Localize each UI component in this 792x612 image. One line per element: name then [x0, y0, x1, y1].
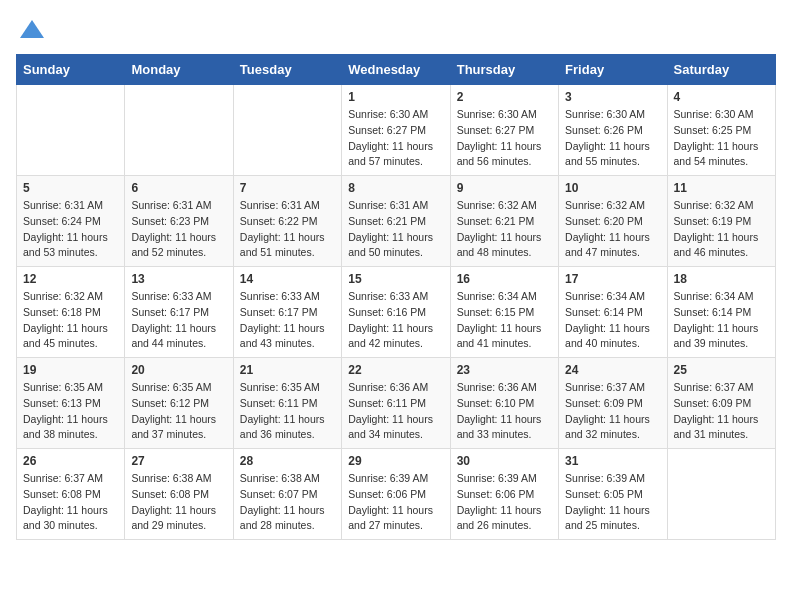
day-info-line: Sunset: 6:17 PM	[131, 305, 226, 321]
day-info-line: Sunset: 6:11 PM	[348, 396, 443, 412]
day-number: 25	[674, 363, 769, 377]
day-number: 20	[131, 363, 226, 377]
calendar-day-cell: 4Sunrise: 6:30 AMSunset: 6:25 PMDaylight…	[667, 85, 775, 176]
day-info-line: Sunset: 6:07 PM	[240, 487, 335, 503]
calendar-day-cell: 28Sunrise: 6:38 AMSunset: 6:07 PMDayligh…	[233, 449, 341, 540]
day-info-line: Daylight: 11 hours and 51 minutes.	[240, 230, 335, 262]
day-info-line: Sunset: 6:27 PM	[457, 123, 552, 139]
day-info-line: Sunrise: 6:36 AM	[457, 380, 552, 396]
day-info-line: Sunset: 6:23 PM	[131, 214, 226, 230]
day-number: 15	[348, 272, 443, 286]
calendar-day-cell: 21Sunrise: 6:35 AMSunset: 6:11 PMDayligh…	[233, 358, 341, 449]
calendar-day-cell: 31Sunrise: 6:39 AMSunset: 6:05 PMDayligh…	[559, 449, 667, 540]
day-info-line: Sunrise: 6:36 AM	[348, 380, 443, 396]
day-info-line: Daylight: 11 hours and 40 minutes.	[565, 321, 660, 353]
calendar-day-cell: 24Sunrise: 6:37 AMSunset: 6:09 PMDayligh…	[559, 358, 667, 449]
calendar-day-cell: 10Sunrise: 6:32 AMSunset: 6:20 PMDayligh…	[559, 176, 667, 267]
day-info-line: Sunset: 6:25 PM	[674, 123, 769, 139]
calendar-day-cell: 26Sunrise: 6:37 AMSunset: 6:08 PMDayligh…	[17, 449, 125, 540]
day-info-line: Sunrise: 6:32 AM	[674, 198, 769, 214]
day-info-line: Sunset: 6:08 PM	[131, 487, 226, 503]
day-info-line: Daylight: 11 hours and 45 minutes.	[23, 321, 118, 353]
day-number: 17	[565, 272, 660, 286]
day-info-line: Daylight: 11 hours and 34 minutes.	[348, 412, 443, 444]
calendar-day-cell: 27Sunrise: 6:38 AMSunset: 6:08 PMDayligh…	[125, 449, 233, 540]
day-number: 16	[457, 272, 552, 286]
day-info-line: Sunset: 6:14 PM	[565, 305, 660, 321]
day-number: 26	[23, 454, 118, 468]
day-info-line: Daylight: 11 hours and 54 minutes.	[674, 139, 769, 171]
day-number: 4	[674, 90, 769, 104]
day-info-line: Daylight: 11 hours and 56 minutes.	[457, 139, 552, 171]
day-of-week-header: Tuesday	[233, 55, 341, 85]
day-of-week-header: Friday	[559, 55, 667, 85]
calendar-day-cell: 22Sunrise: 6:36 AMSunset: 6:11 PMDayligh…	[342, 358, 450, 449]
day-info-line: Sunrise: 6:34 AM	[565, 289, 660, 305]
calendar-header-row: SundayMondayTuesdayWednesdayThursdayFrid…	[17, 55, 776, 85]
day-info-line: Daylight: 11 hours and 39 minutes.	[674, 321, 769, 353]
day-info-line: Sunset: 6:26 PM	[565, 123, 660, 139]
logo-icon	[18, 16, 46, 44]
day-info-line: Daylight: 11 hours and 46 minutes.	[674, 230, 769, 262]
day-info-line: Sunset: 6:09 PM	[674, 396, 769, 412]
calendar-day-cell: 9Sunrise: 6:32 AMSunset: 6:21 PMDaylight…	[450, 176, 558, 267]
calendar-week-row: 1Sunrise: 6:30 AMSunset: 6:27 PMDaylight…	[17, 85, 776, 176]
day-info-line: Sunrise: 6:33 AM	[131, 289, 226, 305]
day-info-line: Daylight: 11 hours and 53 minutes.	[23, 230, 118, 262]
day-info-line: Daylight: 11 hours and 44 minutes.	[131, 321, 226, 353]
day-info-line: Sunrise: 6:35 AM	[23, 380, 118, 396]
calendar-day-cell: 29Sunrise: 6:39 AMSunset: 6:06 PMDayligh…	[342, 449, 450, 540]
svg-marker-0	[20, 20, 44, 38]
day-info-line: Daylight: 11 hours and 29 minutes.	[131, 503, 226, 535]
day-info-line: Sunrise: 6:34 AM	[674, 289, 769, 305]
calendar-day-cell: 25Sunrise: 6:37 AMSunset: 6:09 PMDayligh…	[667, 358, 775, 449]
day-info-line: Sunset: 6:18 PM	[23, 305, 118, 321]
day-number: 14	[240, 272, 335, 286]
day-info-line: Sunset: 6:15 PM	[457, 305, 552, 321]
day-info-line: Daylight: 11 hours and 37 minutes.	[131, 412, 226, 444]
day-of-week-header: Wednesday	[342, 55, 450, 85]
calendar-day-cell: 2Sunrise: 6:30 AMSunset: 6:27 PMDaylight…	[450, 85, 558, 176]
day-info-line: Sunrise: 6:34 AM	[457, 289, 552, 305]
calendar-week-row: 5Sunrise: 6:31 AMSunset: 6:24 PMDaylight…	[17, 176, 776, 267]
calendar-day-cell: 13Sunrise: 6:33 AMSunset: 6:17 PMDayligh…	[125, 267, 233, 358]
day-info-line: Sunset: 6:14 PM	[674, 305, 769, 321]
day-info-line: Sunset: 6:27 PM	[348, 123, 443, 139]
calendar-week-row: 26Sunrise: 6:37 AMSunset: 6:08 PMDayligh…	[17, 449, 776, 540]
day-info-line: Sunset: 6:06 PM	[348, 487, 443, 503]
day-number: 28	[240, 454, 335, 468]
day-number: 3	[565, 90, 660, 104]
day-info-line: Sunrise: 6:33 AM	[348, 289, 443, 305]
day-info-line: Daylight: 11 hours and 33 minutes.	[457, 412, 552, 444]
day-info-line: Sunset: 6:10 PM	[457, 396, 552, 412]
day-info-line: Sunset: 6:16 PM	[348, 305, 443, 321]
day-info-line: Daylight: 11 hours and 36 minutes.	[240, 412, 335, 444]
day-info-line: Sunset: 6:06 PM	[457, 487, 552, 503]
day-number: 10	[565, 181, 660, 195]
calendar-week-row: 12Sunrise: 6:32 AMSunset: 6:18 PMDayligh…	[17, 267, 776, 358]
day-number: 9	[457, 181, 552, 195]
day-info-line: Sunset: 6:19 PM	[674, 214, 769, 230]
day-info-line: Sunrise: 6:31 AM	[23, 198, 118, 214]
calendar-day-cell: 6Sunrise: 6:31 AMSunset: 6:23 PMDaylight…	[125, 176, 233, 267]
calendar-day-cell: 16Sunrise: 6:34 AMSunset: 6:15 PMDayligh…	[450, 267, 558, 358]
day-info-line: Daylight: 11 hours and 30 minutes.	[23, 503, 118, 535]
day-number: 7	[240, 181, 335, 195]
day-info-line: Sunrise: 6:31 AM	[240, 198, 335, 214]
calendar-table: SundayMondayTuesdayWednesdayThursdayFrid…	[16, 54, 776, 540]
day-info-line: Sunset: 6:22 PM	[240, 214, 335, 230]
day-info-line: Sunset: 6:13 PM	[23, 396, 118, 412]
calendar-day-cell: 15Sunrise: 6:33 AMSunset: 6:16 PMDayligh…	[342, 267, 450, 358]
day-of-week-header: Thursday	[450, 55, 558, 85]
day-info-line: Sunrise: 6:37 AM	[674, 380, 769, 396]
day-info-line: Sunrise: 6:30 AM	[348, 107, 443, 123]
day-info-line: Sunrise: 6:39 AM	[348, 471, 443, 487]
calendar-day-cell: 19Sunrise: 6:35 AMSunset: 6:13 PMDayligh…	[17, 358, 125, 449]
day-info-line: Sunrise: 6:37 AM	[565, 380, 660, 396]
day-info-line: Daylight: 11 hours and 57 minutes.	[348, 139, 443, 171]
day-info-line: Sunset: 6:17 PM	[240, 305, 335, 321]
day-number: 21	[240, 363, 335, 377]
day-info-line: Daylight: 11 hours and 26 minutes.	[457, 503, 552, 535]
day-info-line: Sunrise: 6:30 AM	[457, 107, 552, 123]
calendar-day-cell: 30Sunrise: 6:39 AMSunset: 6:06 PMDayligh…	[450, 449, 558, 540]
